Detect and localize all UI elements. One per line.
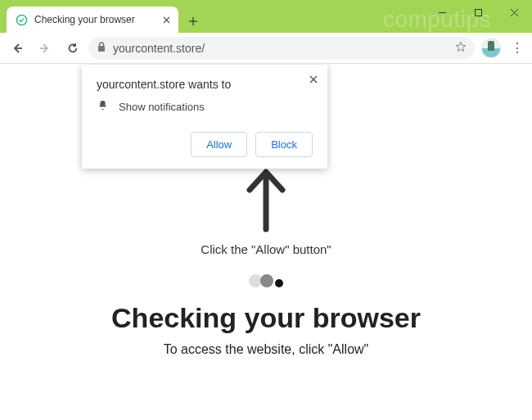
new-tab-button[interactable] [182, 10, 205, 33]
url-text: yourcontent.store/ [113, 42, 449, 55]
reload-button[interactable] [61, 36, 85, 61]
popup-close-button[interactable] [309, 73, 318, 86]
window-close-button[interactable] [496, 0, 532, 25]
lock-icon [97, 42, 106, 55]
window-maximize-button[interactable] [460, 0, 496, 25]
forward-button[interactable] [33, 36, 57, 61]
arrow-right-icon [38, 42, 52, 55]
browser-toolbar: yourcontent.store/ ⋮ [0, 33, 532, 64]
minimize-icon [438, 8, 447, 17]
allow-button[interactable]: Allow [191, 132, 247, 157]
star-icon [455, 41, 467, 52]
tab-favicon [15, 13, 28, 26]
bookmark-button[interactable] [455, 41, 467, 55]
close-icon [309, 75, 318, 84]
permission-origin-text: yourcontent.store wants to [97, 78, 313, 91]
loading-dot [260, 274, 273, 287]
notification-permission-popup: yourcontent.store wants to Show notifica… [82, 65, 327, 169]
page-content: Click the "Allow" button" Checking your … [0, 64, 532, 420]
back-button[interactable] [5, 36, 29, 61]
close-icon [510, 8, 519, 17]
permission-buttons: Allow Block [97, 132, 313, 157]
plus-icon [188, 16, 198, 26]
permission-item-row: Show notifications [97, 99, 313, 114]
close-icon [163, 16, 170, 24]
window-controls [424, 0, 532, 25]
page-subheading: To access the website, click "Allow" [164, 342, 369, 357]
arrow-up-icon [241, 162, 291, 236]
checkmark-circle-icon [16, 14, 28, 26]
reload-icon [66, 42, 79, 55]
arrow-left-icon [11, 42, 24, 55]
tab-title: Checking your browser [34, 14, 156, 25]
tab-close-button[interactable] [163, 14, 170, 25]
permission-item-label: Show notifications [119, 101, 205, 113]
svg-rect-1 [475, 9, 481, 16]
more-menu-button[interactable]: ⋮ [507, 40, 527, 56]
bell-icon [97, 99, 109, 114]
window-minimize-button[interactable] [424, 0, 460, 25]
maximize-icon [474, 8, 483, 17]
loading-dot [275, 279, 283, 287]
svg-rect-11 [98, 46, 105, 52]
more-vertical-icon: ⋮ [511, 40, 524, 56]
profile-button[interactable] [481, 38, 501, 58]
page-heading: Checking your browser [111, 302, 421, 334]
browser-tab[interactable]: Checking your browser [7, 7, 178, 33]
loading-indicator [249, 274, 283, 287]
address-bar[interactable]: yourcontent.store/ [88, 37, 475, 60]
block-button[interactable]: Block [255, 132, 313, 157]
instruction-text: Click the "Allow" button" [201, 242, 331, 256]
